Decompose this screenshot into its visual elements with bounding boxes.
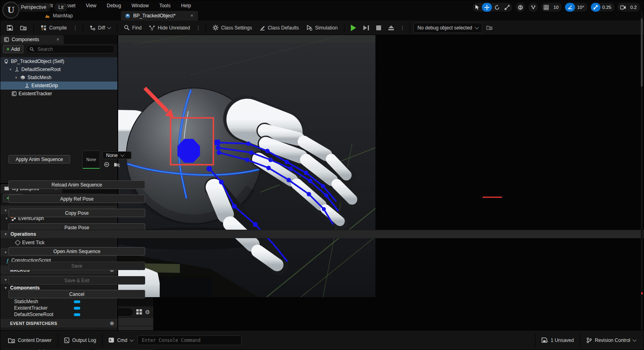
- unsaved-assets-button[interactable]: * 1 Unsaved: [537, 334, 578, 346]
- folder-search-icon: [486, 25, 493, 30]
- cancel-button[interactable]: Cancel: [8, 290, 145, 298]
- add-dispatcher-icon[interactable]: ⊕: [110, 320, 114, 326]
- revision-control-button[interactable]: Revision Control: [582, 334, 640, 346]
- copy-pose-button[interactable]: Copy Pose: [8, 209, 145, 217]
- add-component-button[interactable]: +Add: [3, 45, 23, 53]
- svg-text:?: ?: [42, 27, 44, 31]
- tree-item-existentgrip[interactable]: ExistentGrip: [0, 82, 117, 90]
- event-tick-item[interactable]: Event Tick: [0, 239, 117, 247]
- actor-icon: [4, 59, 9, 64]
- debug-browse-button[interactable]: [483, 23, 496, 33]
- operations-section-header[interactable]: ▾ Operations: [0, 230, 644, 238]
- play-icon: [351, 25, 356, 31]
- my-blueprint-panel: My Blueprint × +Add ⚙ ▾GRAPHS ⊕ ▾ EventG…: [0, 183, 118, 332]
- tree-item-label: StaticMesh: [27, 75, 51, 80]
- perspective-dropdown[interactable]: Perspective: [17, 10, 51, 12]
- compile-button[interactable]: ? Compile: [37, 23, 70, 33]
- scrollbar-thumb[interactable]: [641, 18, 643, 87]
- expander-arrow-icon[interactable]: ▾: [14, 75, 18, 80]
- diff-button[interactable]: Diff: [86, 23, 114, 33]
- toolbar-separator: [344, 23, 344, 33]
- compile-options-kebab[interactable]: ⋮: [71, 25, 79, 31]
- details-scrollbar[interactable]: [641, 11, 643, 348]
- expander-arrow-icon: ▾: [4, 278, 8, 282]
- simulation-icon: [306, 25, 313, 31]
- reload-anim-sequence-button[interactable]: Reload Anim Sequence: [8, 180, 145, 189]
- play-button[interactable]: [348, 23, 359, 33]
- tree-item-label: ExistentTracker: [19, 91, 52, 96]
- tab-close-icon[interactable]: ×: [190, 13, 194, 19]
- event-icon: [15, 240, 21, 245]
- variable-defaultsceneroot[interactable]: DefaultSceneRoot: [0, 311, 117, 318]
- apply-anim-sequence-button[interactable]: Apply Anim Sequence: [8, 155, 70, 163]
- components-search[interactable]: [26, 45, 115, 53]
- content-drawer-button[interactable]: Content Drawer: [4, 334, 56, 346]
- output-log-button[interactable]: Output Log: [60, 334, 100, 346]
- tree-item-staticmesh[interactable]: ▾ StaticMesh: [0, 73, 117, 82]
- eject-icon: [388, 25, 394, 30]
- event-label: Event Tick: [22, 240, 44, 245]
- menu-debug[interactable]: Debug: [102, 0, 126, 11]
- expander-arrow-icon: ▾: [4, 232, 8, 236]
- menu-view[interactable]: View: [81, 0, 101, 11]
- menu-window[interactable]: Window: [127, 0, 154, 11]
- save-button[interactable]: [4, 23, 16, 33]
- hide-unrelated-button[interactable]: Hide Unrelated: [146, 23, 193, 33]
- anim-sequence-dropdown[interactable]: None: [102, 151, 131, 159]
- variable-existenttracker[interactable]: ExistentTracker: [0, 305, 117, 311]
- variable-staticmesh[interactable]: StaticMesh: [0, 298, 117, 305]
- menu-help[interactable]: Help: [176, 0, 196, 11]
- anim-asset-thumbnail[interactable]: None: [82, 151, 100, 169]
- tab-close-icon[interactable]: ×: [56, 37, 60, 42]
- variable-type-pill[interactable]: [74, 300, 80, 303]
- view-mode-dropdown[interactable]: Lit: [54, 10, 68, 12]
- tree-item-defaultsceneroot[interactable]: ▾ DefaultSceneRoot: [0, 65, 117, 73]
- simulation-button[interactable]: Simulation: [303, 23, 341, 33]
- unsaved-label: 1 Unsaved: [551, 337, 574, 343]
- tree-item-existenttracker[interactable]: ExistentTracker: [0, 90, 117, 98]
- simulation-label: Simulation: [315, 25, 338, 31]
- class-defaults-button[interactable]: Class Defaults: [256, 23, 302, 33]
- browse-to-asset-icon[interactable]: [114, 162, 120, 167]
- eject-button[interactable]: [385, 23, 397, 33]
- use-selected-icon[interactable]: [104, 162, 110, 167]
- save-exit-button-disabled[interactable]: Save & Exit: [8, 276, 145, 285]
- class-settings-button[interactable]: Class Settings: [209, 23, 255, 33]
- variable-type-pill[interactable]: [74, 307, 80, 310]
- console-command[interactable]: [138, 335, 242, 345]
- variable-label: DefaultSceneRoot: [14, 312, 53, 317]
- revision-control-label: Revision Control: [595, 337, 630, 343]
- stop-button[interactable]: [373, 23, 384, 33]
- expander-arrow-icon[interactable]: ▾: [4, 216, 8, 220]
- cmd-dropdown[interactable]: Cmd: [104, 334, 137, 346]
- display-filter-icon[interactable]: [136, 309, 142, 314]
- tree-item-self[interactable]: BP_TrackedObject (Self): [0, 57, 117, 65]
- search-icon: [29, 47, 34, 52]
- save-button-disabled[interactable]: Save: [8, 262, 145, 270]
- tab-bp-label: BP_TrackedObject*: [133, 13, 175, 19]
- expander-arrow-icon[interactable]: ▾: [8, 67, 13, 71]
- menu-tools[interactable]: Tools: [154, 0, 175, 11]
- tab-bp-trackedobject[interactable]: BP_TrackedObject* ×: [121, 11, 198, 21]
- console-icon: [108, 337, 114, 343]
- variable-type-pill[interactable]: [74, 313, 80, 316]
- variable-label: StaticMesh: [14, 299, 38, 304]
- frame-skip-button[interactable]: [360, 23, 372, 33]
- event-dispatchers-section-header[interactable]: EVENT DISPATCHERS ⊕: [0, 319, 117, 327]
- tab-components[interactable]: Components ×: [0, 35, 64, 44]
- tree-item-label: ExistentGrip: [31, 83, 58, 88]
- apply-ref-pose-button[interactable]: Apply Ref Pose: [8, 195, 145, 203]
- expander-arrow-icon[interactable]: ▾: [4, 286, 8, 290]
- debug-object-dropdown[interactable]: No debug object selected: [413, 23, 482, 33]
- components-search-input[interactable]: [37, 46, 111, 52]
- details-settings-gear-icon[interactable]: ⚙: [145, 309, 150, 315]
- play-options-kebab[interactable]: ⋮: [398, 25, 406, 31]
- tracker-component-icon: [12, 91, 17, 96]
- browse-content-button[interactable]: [17, 23, 30, 33]
- graph-options-kebab[interactable]: ⋮: [194, 25, 202, 31]
- console-command-input[interactable]: [141, 337, 238, 344]
- open-anim-sequence-button[interactable]: Open Anim Sequence: [8, 247, 145, 256]
- chevron-down-icon: [129, 337, 133, 342]
- main-toolbar: ? Compile ⋮ Diff Find Hide Unrelated ⋮ C…: [0, 21, 644, 35]
- find-button[interactable]: Find: [121, 23, 145, 33]
